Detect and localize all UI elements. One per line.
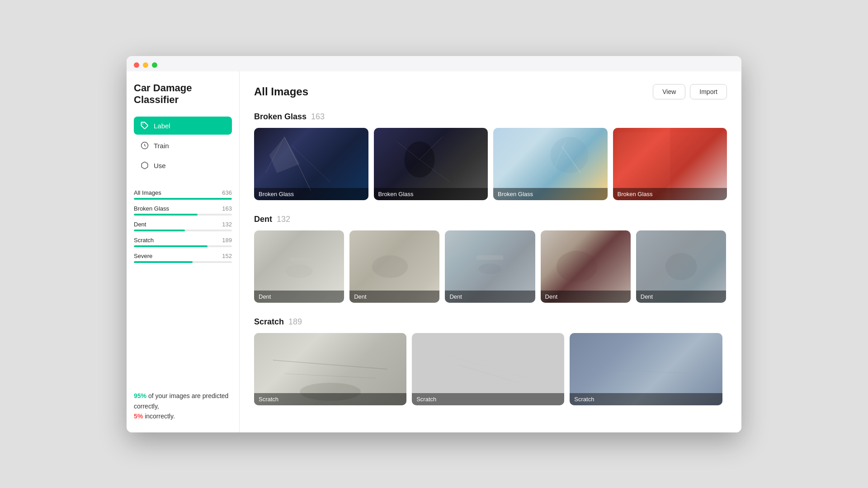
maximize-button[interactable] (152, 62, 157, 68)
category-count-severe: 152 (222, 253, 232, 259)
image-card[interactable]: Dent (254, 230, 344, 303)
image-card[interactable]: Scratch (254, 333, 406, 405)
correct-pct: 95% (134, 392, 146, 399)
category-header-all: All Images 636 (134, 189, 232, 196)
image-label: Scratch (254, 393, 406, 405)
progress-fill-scratch (134, 245, 208, 247)
image-label: Broken Glass (374, 188, 488, 200)
section-header-dent: Dent 132 (254, 215, 727, 224)
svg-point-10 (550, 137, 588, 173)
image-label: Dent (541, 291, 631, 303)
stats-text: 95% of your images are predicted correct… (134, 380, 232, 421)
category-count-dent: 132 (222, 221, 232, 228)
titlebar (127, 56, 741, 71)
category-name-severe: Severe (134, 253, 152, 259)
svg-point-15 (286, 264, 313, 278)
label-icon (140, 121, 149, 130)
header-buttons: View Import (653, 84, 727, 99)
use-icon (140, 161, 149, 170)
nav-item-use[interactable]: Use (134, 156, 232, 174)
image-card[interactable]: Dent (445, 230, 535, 303)
image-label: Scratch (412, 393, 564, 405)
category-item-severe[interactable]: Severe 152 (134, 253, 232, 263)
image-label: Broken Glass (254, 188, 368, 200)
section-header-scratch: Scratch 189 (254, 317, 727, 327)
svg-point-17 (372, 255, 408, 278)
svg-point-20 (556, 251, 597, 282)
image-card[interactable]: Dent (636, 230, 726, 303)
category-header-scratch: Scratch 189 (134, 237, 232, 244)
svg-line-27 (593, 369, 699, 374)
nav-train-label: Train (154, 142, 169, 150)
image-card[interactable]: Dent (349, 230, 439, 303)
progress-bg-dent (134, 230, 232, 231)
category-item-broken-glass[interactable]: Broken Glass 163 (134, 205, 232, 216)
svg-rect-16 (290, 258, 317, 261)
image-card[interactable]: Broken Glass (613, 128, 727, 200)
category-item-dent[interactable]: Dent 132 (134, 221, 232, 231)
svg-rect-18 (476, 255, 504, 260)
stats-text-before: of your images are predicted correctly, (134, 392, 228, 409)
progress-bg-scratch (134, 245, 232, 247)
progress-bg-all (134, 198, 232, 200)
section-title-broken-glass: Broken Glass (254, 112, 307, 122)
sidebar: Car Damage Classifier Label (127, 71, 240, 432)
category-header-severe: Severe 152 (134, 253, 232, 259)
image-card[interactable]: Dent (541, 230, 631, 303)
image-label: Dent (445, 291, 535, 303)
nav-use-label: Use (154, 162, 166, 169)
section-count-dent: 132 (277, 215, 290, 224)
image-label: Scratch (570, 393, 722, 405)
main-title: All Images (254, 85, 308, 98)
image-card[interactable]: Scratch (570, 333, 722, 405)
train-icon (140, 141, 149, 150)
app-window: Car Damage Classifier Label (127, 56, 741, 432)
progress-fill-dent (134, 230, 185, 231)
section-broken-glass: Broken Glass 163 (254, 112, 727, 200)
progress-fill-all (134, 198, 232, 200)
svg-line-25 (450, 356, 526, 378)
category-item-all[interactable]: All Images 636 (134, 189, 232, 200)
section-title-scratch: Scratch (254, 317, 284, 327)
close-button[interactable] (134, 62, 139, 68)
image-label: Broken Glass (613, 188, 727, 200)
app-title: Car Damage Classifier (134, 82, 232, 106)
svg-line-23 (284, 374, 376, 378)
category-count-scratch: 189 (222, 237, 232, 244)
progress-bg-broken-glass (134, 214, 232, 216)
category-list: All Images 636 Broken Glass 163 (134, 189, 232, 263)
category-header-broken-glass: Broken Glass 163 (134, 205, 232, 212)
main-content: All Images View Import Broken Glass 163 (240, 71, 741, 432)
progress-fill-broken-glass (134, 214, 198, 216)
nav-item-train[interactable]: Train (134, 136, 232, 155)
image-grid-dent: Dent Dent (254, 230, 727, 303)
app-body: Car Damage Classifier Label (127, 71, 741, 432)
nav-label-label: Label (154, 122, 170, 130)
sidebar-divider (134, 181, 232, 181)
category-count-broken-glass: 163 (222, 205, 232, 212)
image-label: Broken Glass (493, 188, 608, 200)
section-count-broken-glass: 163 (311, 112, 325, 122)
svg-line-22 (273, 360, 387, 369)
image-card[interactable]: Broken Glass (254, 128, 368, 200)
category-header-dent: Dent 132 (134, 221, 232, 228)
svg-marker-2 (269, 137, 300, 173)
stats-text-after: incorrectly. (145, 413, 175, 420)
view-button[interactable]: View (653, 84, 685, 99)
import-button[interactable]: Import (690, 84, 727, 99)
image-card[interactable]: Broken Glass (493, 128, 608, 200)
svg-point-19 (479, 263, 501, 274)
image-grid-broken-glass: Broken Glass Broken Glass (254, 128, 727, 200)
image-label: Dent (349, 291, 439, 303)
nav-item-label[interactable]: Label (134, 117, 232, 135)
section-dent: Dent 132 Dent (254, 215, 727, 303)
category-item-scratch[interactable]: Scratch 189 (134, 237, 232, 247)
minimize-button[interactable] (143, 62, 148, 68)
image-grid-scratch: Scratch Scratch (254, 333, 727, 405)
main-header: All Images View Import (254, 84, 727, 99)
image-label: Dent (636, 291, 726, 303)
section-scratch: Scratch 189 Scratch (254, 317, 727, 405)
category-name-scratch: Scratch (134, 237, 154, 244)
image-card[interactable]: Scratch (412, 333, 564, 405)
image-card[interactable]: Broken Glass (374, 128, 488, 200)
